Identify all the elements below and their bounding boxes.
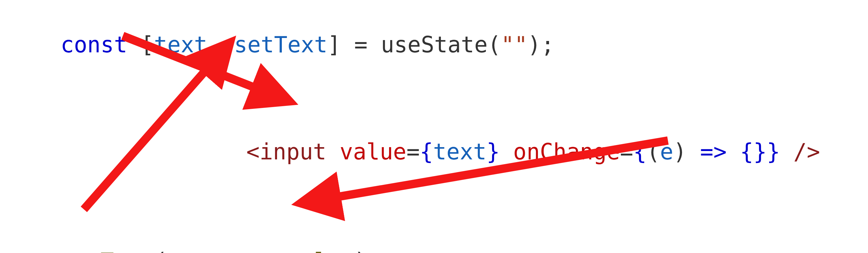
comma: , [207,32,234,58]
param-e: e [660,139,673,165]
arrow-token: => [700,139,726,165]
brace-open-1: { [420,139,433,165]
kw-const: const [61,32,127,58]
body-open: { [740,139,753,165]
use-state: useState [381,32,488,58]
code-line-2: <input value={text} onChange={(e) => {}}… [193,112,820,191]
paren-close-semi: ); [528,32,554,58]
equals-1: = [406,139,420,165]
ref-e: e [167,248,181,253]
brace-close-2: } [767,139,780,165]
equals-2: = [620,139,633,165]
brace-open-2: { [633,139,647,165]
attr-value: value [340,139,406,165]
code-line-3: setText(e.target.value); [7,221,381,253]
body-close: } [753,139,767,165]
paren-open-3: ( [154,248,167,253]
tag-input: input [260,139,327,165]
code-diagram: const [text, setText] = useState(""); <i… [0,0,868,253]
space [327,139,340,165]
code-line-1: const [text, setText] = useState(""); [7,5,554,84]
angle-open: < [246,139,260,165]
call-settext: setText [61,248,154,253]
prop-value: value [287,248,354,253]
equals: = [354,32,381,58]
brace-close-1: } [487,139,500,165]
paren-open: ( [488,32,501,58]
self-close: /> [794,139,820,165]
var-text-decl: text [154,32,207,58]
paren-close-2: ) [673,139,687,165]
string-literal-empty: "" [501,32,528,58]
bracket-open: [ [127,32,154,58]
paren-open-2: ( [647,139,660,165]
dot-2: . [274,248,287,253]
bracket-close: ] [328,32,354,58]
dot-1: . [181,248,194,253]
var-settext-decl: setText [234,32,328,58]
attr-onchange: onChange [513,139,620,165]
space-5 [780,139,794,165]
space-4 [726,139,740,165]
space-3 [687,139,700,165]
ref-text: text [433,139,487,165]
space-2 [500,139,514,165]
prop-target: target [194,248,274,253]
paren-close-semi-3: ); [354,248,381,253]
